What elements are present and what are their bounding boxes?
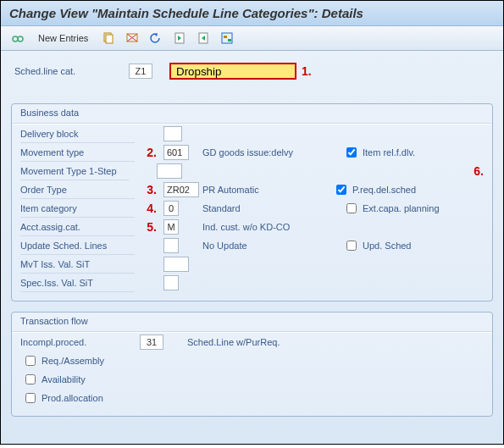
preq-label: P.req.del.sched — [352, 185, 416, 195]
ext-capa-label: Ext.capa. planning — [363, 203, 440, 213]
delivery-block-label: Delivery block — [20, 124, 135, 143]
prod-allocation-checkbox[interactable] — [25, 393, 36, 403]
movement-type-1step-field[interactable] — [157, 163, 182, 179]
movement-type-field[interactable] — [163, 145, 189, 160]
annotation-5: 5. — [140, 220, 157, 234]
copy-button[interactable] — [100, 30, 117, 47]
order-type-field[interactable] — [163, 182, 199, 197]
prod-allocation-label: Prod.allocation — [42, 393, 103, 403]
svg-rect-9 — [228, 39, 231, 41]
next-icon — [197, 31, 210, 45]
other-button[interactable] — [219, 30, 235, 47]
copy-icon — [102, 31, 115, 45]
item-category-field[interactable] — [163, 201, 179, 216]
update-sched-desc: No Update — [202, 241, 321, 251]
spec-iss-field[interactable] — [163, 275, 179, 290]
toggle-button[interactable] — [9, 30, 26, 47]
req-assembly-checkbox[interactable] — [25, 356, 36, 366]
header-row: Sched.line cat. 1. — [11, 59, 493, 91]
mvt-iss-label: MvT Iss. Val. SiT — [20, 255, 135, 274]
spec-iss-label: Spec.Iss. Val. SiT — [20, 274, 135, 292]
incompl-field[interactable] — [140, 335, 163, 350]
undo-icon — [149, 31, 163, 45]
glasses-icon — [11, 31, 25, 45]
order-type-label: Order Type — [20, 180, 135, 199]
title-bar: Change View "Maintain Schedule Line Cate… — [1, 1, 503, 26]
sched-line-cat-field[interactable] — [129, 64, 152, 79]
annotation-4: 4. — [140, 202, 157, 215]
svg-point-0 — [13, 36, 18, 41]
req-assembly-label: Req./Assembly — [42, 356, 104, 366]
update-sched-label: Update Sched. Lines — [20, 236, 135, 255]
update-sched-field[interactable] — [163, 238, 179, 253]
acct-assig-label: Acct.assig.cat. — [20, 218, 135, 236]
transaction-flow-title: Transaction flow — [12, 312, 492, 331]
window-title: Change View "Maintain Schedule Line Cate… — [9, 6, 363, 20]
sched-line-desc-field[interactable] — [169, 63, 296, 80]
annotation-3: 3. — [140, 183, 157, 196]
undo-button[interactable] — [147, 30, 164, 47]
upd-sched-label: Upd. Sched — [363, 241, 411, 251]
new-entries-button[interactable]: New Entries — [33, 31, 93, 45]
toolbar: New Entries — [1, 26, 503, 51]
order-type-desc: PR Automatic — [202, 185, 321, 195]
acct-assig-desc: Ind. cust. w/o KD-CO — [202, 222, 321, 232]
prev-button[interactable] — [171, 30, 188, 47]
item-rel-checkbox[interactable] — [346, 147, 357, 158]
business-data-group: Business data Delivery block Movement ty… — [11, 103, 493, 301]
prev-icon — [173, 31, 186, 45]
annotation-2: 2. — [140, 146, 157, 159]
svg-rect-3 — [106, 35, 113, 43]
delete-button[interactable] — [124, 30, 141, 47]
layout-icon — [220, 31, 234, 45]
item-category-label: Item category — [20, 199, 135, 218]
item-category-desc: Standard — [202, 203, 321, 213]
next-button[interactable] — [195, 30, 212, 47]
sap-window: Change View "Maintain Schedule Line Cate… — [0, 0, 504, 445]
transaction-flow-group: Transaction flow Incompl.proced. Sched.L… — [11, 312, 493, 417]
svg-rect-8 — [224, 36, 227, 38]
business-data-title: Business data — [12, 104, 492, 123]
incompl-label: Incompl.proced. — [20, 337, 135, 347]
annotation-6: 6. — [474, 164, 484, 178]
sched-line-cat-label: Sched.line cat. — [14, 66, 129, 76]
availability-checkbox[interactable] — [25, 374, 36, 384]
item-rel-label: Item rel.f.dlv. — [363, 147, 415, 158]
svg-point-1 — [18, 36, 23, 41]
ext-capa-checkbox[interactable] — [346, 203, 357, 213]
availability-label: Availability — [42, 374, 86, 384]
incompl-desc: Sched.Line w/PurReq. — [187, 337, 306, 347]
preq-checkbox[interactable] — [336, 185, 346, 195]
delete-icon — [125, 31, 139, 45]
upd-sched-checkbox[interactable] — [346, 241, 357, 251]
acct-assig-field[interactable] — [163, 219, 179, 235]
annotation-1: 1. — [302, 64, 312, 78]
movement-type-label: Movement type — [20, 143, 135, 162]
movement-type-1step-label: Movement Type 1-Step — [20, 162, 129, 180]
content-area: Sched.line cat. 1. Business data Deliver… — [1, 51, 503, 444]
delivery-block-field[interactable] — [163, 126, 182, 141]
movement-type-desc: GD goods issue:delvy — [202, 147, 321, 158]
mvt-iss-field[interactable] — [163, 257, 189, 272]
